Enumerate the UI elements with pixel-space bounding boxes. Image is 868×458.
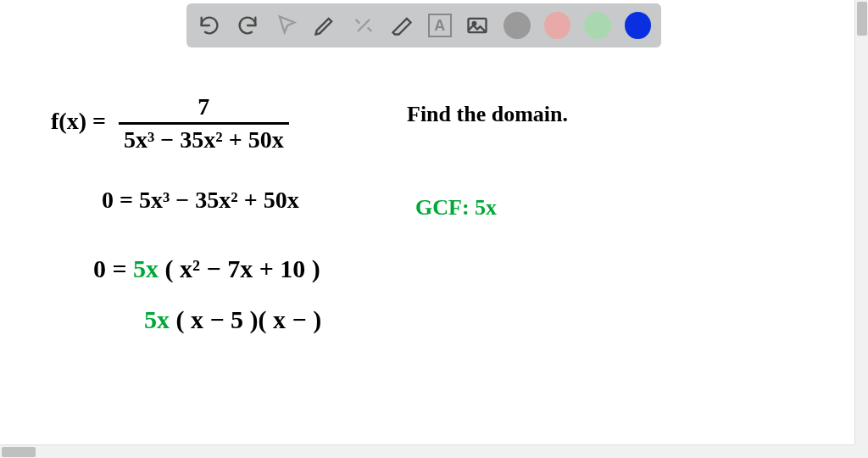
vertical-scrollbar-thumb[interactable] bbox=[857, 2, 867, 36]
horizontal-scrollbar[interactable] bbox=[0, 444, 854, 458]
fx-lhs: f(x) = bbox=[51, 108, 106, 134]
pen-icon[interactable] bbox=[313, 13, 338, 38]
fx-numerator: 7 bbox=[191, 93, 216, 122]
color-blue[interactable] bbox=[625, 12, 651, 39]
scrollbar-corner bbox=[854, 444, 868, 458]
tools-icon[interactable] bbox=[351, 13, 376, 38]
equation-fx: f(x) = 7 5x³ − 35x² + 50x bbox=[51, 93, 289, 154]
redo-icon[interactable] bbox=[236, 13, 261, 38]
color-green[interactable] bbox=[584, 12, 610, 39]
equation-factored-full: 5x ( x − 5 )( x − ) bbox=[144, 305, 321, 334]
gcf-note: GCF: 5x bbox=[415, 195, 497, 221]
drawing-toolbar: A bbox=[186, 3, 661, 47]
horizontal-scrollbar-thumb[interactable] bbox=[2, 447, 36, 457]
pointer-icon[interactable] bbox=[274, 13, 299, 38]
factored-full-gcf: 5x bbox=[144, 305, 170, 333]
prompt-text: Find the domain. bbox=[407, 102, 568, 127]
fx-denominator: 5x³ − 35x² + 50x bbox=[119, 125, 289, 154]
whiteboard-canvas[interactable]: A f(x) = 7 5x³ − 35x² + 50x Find the dom… bbox=[0, 0, 854, 444]
color-pink[interactable] bbox=[544, 12, 570, 39]
undo-icon[interactable] bbox=[197, 13, 222, 38]
textbox-icon[interactable]: A bbox=[428, 14, 452, 37]
fx-fraction: 7 5x³ − 35x² + 50x bbox=[119, 93, 289, 154]
equation-factored-gcf: 0 = 5x ( x² − 7x + 10 ) bbox=[93, 254, 320, 283]
image-icon[interactable] bbox=[465, 13, 491, 38]
factored-lhs: 0 = bbox=[93, 254, 133, 282]
factored-full-binomials: ( x − 5 )( x − ) bbox=[170, 305, 321, 333]
factored-gcf: 5x bbox=[133, 254, 159, 282]
eraser-icon[interactable] bbox=[390, 13, 415, 38]
color-gray[interactable] bbox=[504, 12, 530, 39]
vertical-scrollbar[interactable] bbox=[854, 0, 868, 444]
factored-quadratic: ( x² − 7x + 10 ) bbox=[159, 254, 320, 282]
equation-set-zero: 0 = 5x³ − 35x² + 50x bbox=[102, 187, 299, 214]
